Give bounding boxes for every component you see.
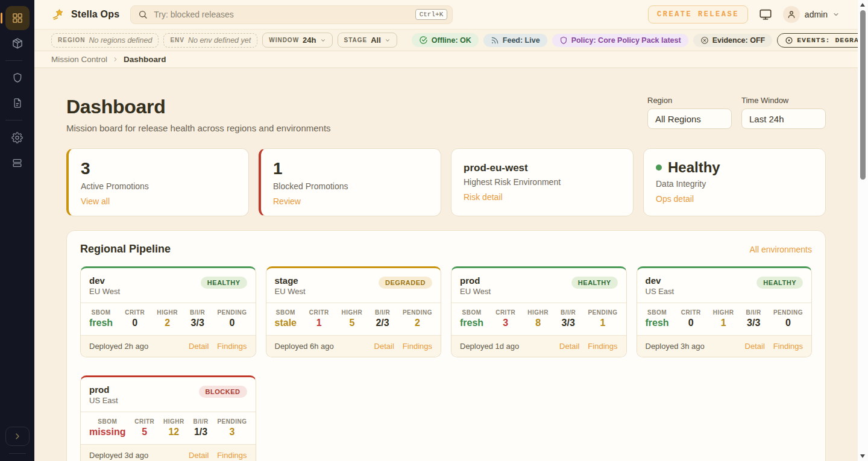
pipeline-region: EU West bbox=[275, 287, 306, 296]
stat-column-value: missing bbox=[89, 427, 125, 437]
status-pill-text: Policy: Core Policy Pack latest bbox=[571, 36, 681, 45]
status-pill-feed[interactable]: Feed: Live bbox=[483, 34, 547, 47]
deployed-text: Deployed 6h ago bbox=[275, 342, 334, 351]
deployed-text: Deployed 1d ago bbox=[460, 342, 519, 351]
status-pill-ok[interactable]: Offline: OK bbox=[412, 33, 479, 47]
stat-column-label: PENDING bbox=[217, 309, 247, 316]
document-icon bbox=[12, 98, 23, 108]
stat-column-label: B/I/R bbox=[193, 418, 208, 425]
stat-column-label: B/I/R bbox=[190, 309, 205, 316]
stat-link[interactable]: View all bbox=[81, 196, 110, 206]
dashboard-content: Dashboard Mission board for release heal… bbox=[34, 68, 858, 461]
status-pill-events[interactable]: EVENTS: DEGRADED bbox=[777, 33, 868, 48]
window-filter-chip[interactable]: WINDOW 24h bbox=[262, 33, 332, 48]
pipeline-stat-bir: B/I/R1/3 bbox=[193, 418, 208, 437]
findings-link[interactable]: Findings bbox=[588, 342, 617, 351]
all-environments-link[interactable]: All environments bbox=[750, 245, 813, 254]
pipeline-stat-pending: PENDING3 bbox=[217, 418, 247, 437]
stat-label: Data Integrity bbox=[656, 179, 813, 189]
rss-icon bbox=[491, 36, 499, 45]
stat-column-value: 1/3 bbox=[193, 427, 208, 437]
env-filter-chip[interactable]: ENV No env defined yet bbox=[163, 33, 257, 48]
create-release-button[interactable]: CREATE RELEASE bbox=[648, 5, 748, 24]
sidebar-item-policy[interactable] bbox=[5, 66, 30, 90]
stat-column-label: PENDING bbox=[773, 309, 803, 316]
status-pill-text: Feed: Live bbox=[503, 36, 540, 45]
pipeline-stat-sbom: SBOMfresh bbox=[646, 309, 669, 328]
pipeline-card-prod-eu-west: prodEU WestHEALTHYSBOMfreshCRITR3HIGHR8B… bbox=[451, 266, 627, 357]
vertical-scrollbar[interactable] bbox=[858, 0, 868, 461]
sidebar-item-dashboard[interactable] bbox=[5, 6, 30, 30]
stat-column-label: B/I/R bbox=[746, 309, 761, 316]
stat-label: Active Promotions bbox=[81, 181, 236, 191]
deployed-text: Deployed 3h ago bbox=[646, 342, 705, 351]
sidebar-expand-button[interactable] bbox=[5, 427, 30, 446]
global-search-input[interactable]: Try: blocked releases Ctrl+K bbox=[130, 5, 453, 24]
top-header: Stella Ops Try: blocked releases Ctrl+K … bbox=[34, 0, 858, 29]
stat-column-label: SBOM bbox=[275, 309, 297, 316]
status-pill-neutral[interactable]: Evidence: OFF bbox=[693, 34, 773, 47]
shield-icon bbox=[559, 36, 568, 45]
stat-link[interactable]: Risk detail bbox=[464, 192, 503, 202]
stat-value: prod-eu-west bbox=[464, 159, 621, 174]
findings-link[interactable]: Findings bbox=[217, 342, 247, 351]
time-window-select[interactable]: Last 24h bbox=[741, 108, 826, 129]
pipeline-stat-sbom: SBOMfresh bbox=[89, 309, 113, 328]
circle-x-icon bbox=[700, 36, 709, 45]
pipeline-stat-critr: CRITR5 bbox=[134, 418, 154, 437]
sidebar-item-releases[interactable] bbox=[5, 31, 30, 55]
scroll-down-arrow[interactable] bbox=[860, 454, 865, 458]
stat-column-label: PENDING bbox=[588, 309, 617, 316]
pipeline-stat-sbom: SBOMstale bbox=[275, 309, 297, 328]
stage-filter-chip[interactable]: STAGE All bbox=[338, 33, 397, 48]
stat-link[interactable]: Review bbox=[273, 196, 301, 206]
pipeline-card-stage-eu-west: stageEU WestDEGRADEDSBOMstaleCRITR1HIGHR… bbox=[266, 266, 442, 357]
scroll-up-arrow[interactable] bbox=[860, 3, 865, 7]
stat-column-label: SBOM bbox=[89, 309, 113, 316]
detail-link[interactable]: Detail bbox=[374, 342, 394, 351]
stat-card: 3Active PromotionsView all bbox=[66, 148, 249, 216]
user-menu[interactable]: admin bbox=[783, 6, 840, 23]
stat-column-label: CRITR bbox=[125, 309, 145, 316]
brand[interactable]: Stella Ops bbox=[51, 7, 119, 22]
pipeline-card-dev-us-east: devUS EastHEALTHYSBOMfreshCRITR0HIGHR1B/… bbox=[637, 266, 813, 357]
health-dot-icon bbox=[656, 165, 662, 171]
status-badge: HEALTHY bbox=[571, 277, 618, 289]
breadcrumb-parent[interactable]: Mission Control bbox=[51, 55, 107, 64]
pipeline-stat-highr: HIGHR2 bbox=[157, 309, 178, 328]
pipeline-stat-bir: B/I/R2/3 bbox=[375, 309, 390, 328]
detail-link[interactable]: Detail bbox=[559, 342, 579, 351]
shield-icon bbox=[12, 72, 23, 83]
stat-column-label: CRITR bbox=[134, 418, 154, 425]
sidebar-item-reports[interactable] bbox=[5, 91, 30, 115]
pipeline-env: dev bbox=[89, 275, 120, 286]
findings-link[interactable]: Findings bbox=[403, 342, 432, 351]
status-pill-policy[interactable]: Policy: Core Policy Pack latest bbox=[552, 34, 688, 47]
deployed-text: Deployed 3d ago bbox=[89, 451, 148, 460]
pipeline-stat-bir: B/I/R3/3 bbox=[190, 309, 205, 328]
check-circle-icon bbox=[419, 36, 428, 45]
sidebar-item-settings[interactable] bbox=[5, 125, 30, 149]
sidebar-item-infrastructure[interactable] bbox=[5, 151, 30, 175]
env-filter-value: No env defined yet bbox=[188, 36, 251, 45]
detail-link[interactable]: Detail bbox=[745, 342, 765, 351]
findings-link[interactable]: Findings bbox=[773, 342, 803, 351]
pipeline-stat-critr: CRITR0 bbox=[681, 309, 701, 328]
package-icon bbox=[11, 37, 24, 49]
pipeline-stat-sbom: SBOMmissing bbox=[89, 418, 125, 437]
scrollbar-thumb[interactable] bbox=[860, 10, 866, 180]
stat-column-label: B/I/R bbox=[375, 309, 390, 316]
region-select[interactable]: All Regions bbox=[647, 108, 732, 129]
window-filter-label: WINDOW bbox=[269, 37, 299, 43]
detail-link[interactable]: Detail bbox=[189, 451, 209, 460]
pipeline-stat-pending: PENDING2 bbox=[403, 309, 432, 328]
stat-column-value: 0 bbox=[125, 318, 145, 328]
region-filter-chip[interactable]: REGION No regions defined bbox=[51, 33, 159, 48]
detail-link[interactable]: Detail bbox=[189, 342, 209, 351]
stat-column-label: HIGHR bbox=[341, 309, 362, 316]
findings-link[interactable]: Findings bbox=[217, 451, 247, 460]
monitor-icon[interactable] bbox=[759, 8, 772, 21]
stat-column-value: 1 bbox=[713, 318, 734, 328]
stat-link[interactable]: Ops detail bbox=[656, 194, 694, 204]
pipeline-stat-critr: CRITR0 bbox=[125, 309, 145, 328]
